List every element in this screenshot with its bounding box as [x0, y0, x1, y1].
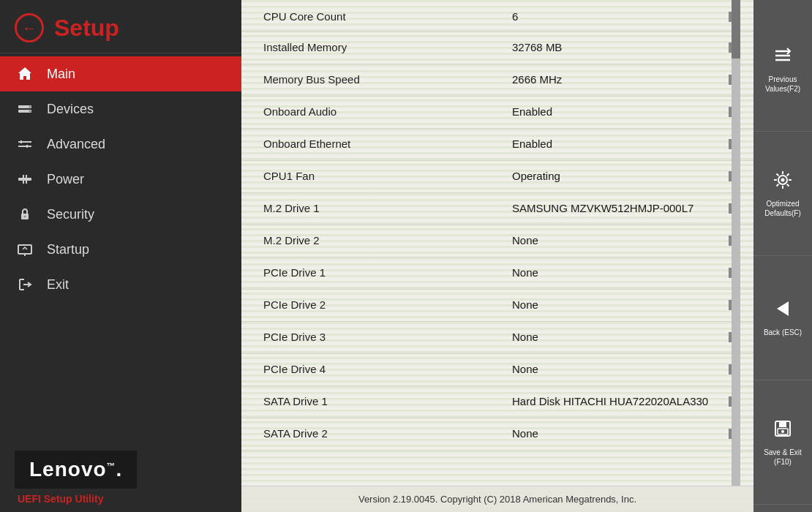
startup-nav-icon — [15, 239, 35, 260]
table-row: M.2 Drive 1SAMSUNG MZVKW512HMJP-000L7 — [241, 193, 753, 225]
row-value: 2666 MHz — [512, 72, 729, 86]
previous-values-label: Previous Values(F2) — [758, 75, 808, 94]
security-nav-icon — [15, 204, 35, 225]
row-value: None — [512, 426, 729, 440]
uefi-label: UEFI Setup Utility — [15, 493, 103, 505]
row-value: 6 — [512, 9, 729, 23]
table-row: PCIe Drive 3None — [241, 322, 753, 354]
sidebar-item-advanced[interactable]: Advanced — [0, 127, 241, 162]
version-bar: Version 2.19.0045. Copyright (C) 2018 Am… — [241, 486, 753, 512]
svg-rect-13 — [18, 245, 31, 254]
row-label: SATA Drive 1 — [263, 394, 512, 407]
svg-point-2 — [29, 106, 31, 108]
main-content: CPU Core Count6Installed Memory32768 MBM… — [241, 0, 753, 512]
row-value: None — [512, 233, 729, 246]
exit-nav-icon — [15, 274, 35, 295]
table-row: Onboard AudioEnabled — [241, 97, 753, 129]
save-exit-icon — [772, 418, 793, 443]
sidebar-item-label-startup: Startup — [47, 242, 89, 257]
table-row: SATA Drive 2None — [241, 418, 753, 451]
save-exit-button[interactable]: Save & Exit (F10) — [753, 380, 812, 505]
sidebar-item-label-exit: Exit — [47, 277, 69, 293]
row-value: None — [512, 297, 729, 311]
row-value: None — [512, 361, 729, 375]
row-value: 32768 MB — [512, 39, 729, 53]
row-value: Enabled — [512, 104, 729, 118]
table-row: PCIe Drive 1None — [241, 257, 753, 290]
row-label: Memory Bus Speed — [263, 72, 512, 86]
main-nav-icon — [15, 64, 35, 84]
back-arrow-icon[interactable]: ← — [15, 13, 44, 42]
row-label: CPU1 Fan — [263, 168, 512, 182]
row-value: None — [512, 265, 729, 279]
sidebar-item-label-advanced: Advanced — [47, 137, 105, 152]
version-text: Version 2.19.0045. Copyright (C) 2018 Am… — [358, 494, 636, 505]
back-button[interactable]: Back (ESC) — [753, 256, 812, 380]
row-label: PCIe Drive 2 — [263, 297, 512, 311]
row-label: PCIe Drive 4 — [263, 361, 512, 375]
scrollbar-track[interactable] — [732, 0, 740, 486]
row-label: PCIe Drive 3 — [263, 329, 512, 343]
table-row: M.2 Drive 2None — [241, 225, 753, 257]
svg-rect-24 — [779, 421, 786, 427]
advanced-nav-icon — [15, 134, 35, 154]
svg-rect-10 — [26, 175, 27, 184]
svg-point-26 — [781, 430, 784, 433]
table-row: Onboard EthernetEnabled — [241, 129, 753, 161]
sidebar-item-startup[interactable]: Startup — [0, 232, 241, 267]
optimized-defaults-icon — [772, 170, 793, 195]
row-label: Installed Memory — [263, 39, 512, 53]
previous-values-button[interactable]: Previous Values(F2) — [753, 7, 812, 132]
row-label: CPU Core Count — [263, 9, 512, 23]
setup-title: Setup — [54, 15, 119, 42]
table-row: PCIe Drive 4None — [241, 354, 753, 386]
previous-values-icon — [772, 45, 793, 70]
table-row: PCIe Drive 2None — [241, 290, 753, 322]
table-row: CPU1 FanOperating — [241, 161, 753, 193]
svg-marker-22 — [777, 301, 789, 316]
row-value: Enabled — [512, 136, 729, 150]
lenovo-logo-area: Lenovo™. UEFI Setup Utility — [0, 439, 241, 512]
sidebar-header: ← Setup — [0, 0, 241, 53]
row-label: Onboard Audio — [263, 104, 512, 118]
row-value: SAMSUNG MZVKW512HMJP-000L7 — [512, 200, 729, 214]
scrollbar-thumb[interactable] — [732, 0, 740, 59]
svg-rect-9 — [23, 175, 24, 184]
row-value: None — [512, 329, 729, 343]
sidebar-item-exit[interactable]: Exit — [0, 267, 241, 302]
nav-menu: Main Devices Advanced Power Security Sta… — [0, 53, 241, 439]
sidebar-item-main[interactable]: Main — [0, 56, 241, 91]
row-label: SATA Drive 2 — [263, 426, 512, 440]
sidebar-item-label-power: Power — [47, 172, 84, 187]
sidebar-item-label-security: Security — [47, 207, 94, 222]
svg-point-21 — [781, 178, 785, 181]
sidebar: ← Setup Main Devices Advanced Power Secu… — [0, 0, 241, 512]
row-value: Hard Disk HITACHI HUA722020ALA330 — [512, 394, 729, 407]
lenovo-logo: Lenovo™. — [29, 458, 122, 481]
sidebar-item-label-main: Main — [47, 67, 75, 82]
devices-nav-icon — [15, 99, 35, 119]
save-exit-label: Save & Exit (F10) — [758, 448, 808, 467]
table-row: Memory Bus Speed2666 MHz — [241, 64, 753, 97]
row-label: PCIe Drive 1 — [263, 265, 512, 279]
lenovo-logo-box: Lenovo™. — [15, 451, 137, 489]
svg-rect-8 — [18, 178, 31, 181]
svg-point-12 — [24, 216, 26, 218]
optimized-defaults-label: Optimized Defaults(F) — [758, 199, 808, 218]
sidebar-item-power[interactable]: Power — [0, 162, 241, 197]
back-label: Back (ESC) — [764, 328, 802, 337]
row-label: M.2 Drive 2 — [263, 233, 512, 246]
table-row: SATA Drive 1Hard Disk HITACHI HUA722020A… — [241, 386, 753, 418]
table-row: CPU Core Count6 — [241, 0, 753, 32]
content-table: CPU Core Count6Installed Memory32768 MBM… — [241, 0, 753, 486]
optimized-defaults-button[interactable]: Optimized Defaults(F) — [753, 132, 812, 256]
back-icon — [772, 298, 793, 323]
row-value: Operating — [512, 168, 729, 182]
row-label: Onboard Ethernet — [263, 136, 512, 150]
sidebar-item-label-devices: Devices — [47, 102, 94, 117]
svg-point-3 — [29, 110, 31, 113]
sidebar-item-devices[interactable]: Devices — [0, 91, 241, 127]
row-label: M.2 Drive 1 — [263, 200, 512, 214]
sidebar-item-security[interactable]: Security — [0, 197, 241, 232]
power-nav-icon — [15, 169, 35, 189]
